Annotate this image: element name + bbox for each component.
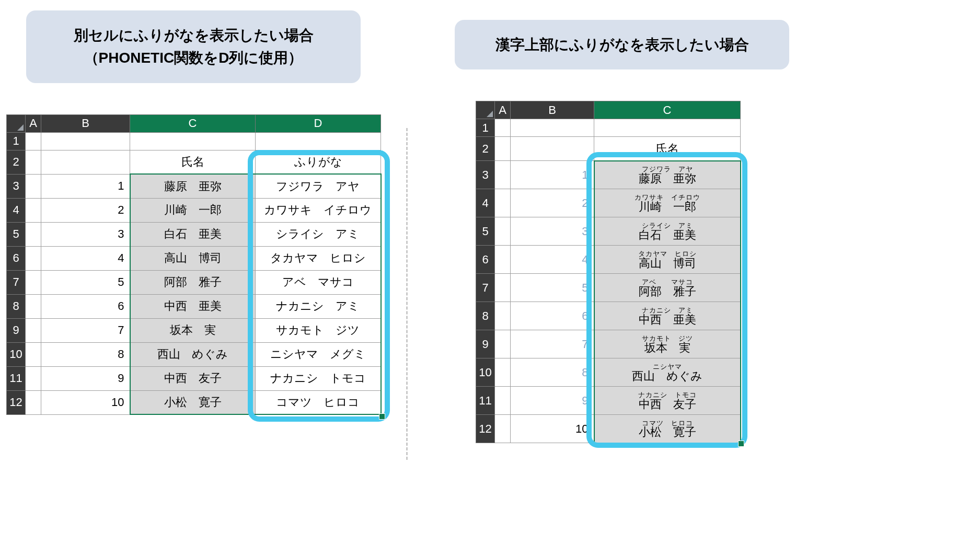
cell-name-ruby[interactable]: サカモト ジツ 坂本 実 xyxy=(594,330,741,358)
cell[interactable] xyxy=(495,387,511,415)
colhdr-A[interactable]: A xyxy=(26,114,41,132)
cell-name[interactable]: 白石 亜美 xyxy=(130,222,256,246)
rowhdr[interactable]: 8 xyxy=(7,294,26,318)
cell[interactable] xyxy=(495,302,511,330)
cell[interactable] xyxy=(495,415,511,443)
cell-name[interactable]: 高山 博司 xyxy=(130,246,256,270)
right-sheet[interactable]: A B C 1 2 氏名 3 xyxy=(476,101,741,444)
cell-num[interactable]: 2 xyxy=(511,189,594,217)
cell-num[interactable]: 9 xyxy=(511,387,594,415)
cell[interactable] xyxy=(495,137,511,161)
cell[interactable] xyxy=(26,150,41,174)
colhdr-B[interactable]: B xyxy=(511,101,594,119)
cell-kana[interactable]: タカヤマ ヒロシ xyxy=(256,246,381,270)
cell-num[interactable]: 1 xyxy=(511,161,594,189)
cell[interactable] xyxy=(41,150,130,174)
cell-kana[interactable]: ニシヤマ メグミ xyxy=(256,342,381,366)
cell-name-ruby[interactable]: フジワラ アヤ 藤原 亜弥 xyxy=(594,161,741,189)
cell-num[interactable]: 4 xyxy=(41,246,130,270)
cell-kana[interactable]: フジワラ アヤ xyxy=(256,174,381,198)
cell-num[interactable]: 2 xyxy=(41,198,130,222)
cell[interactable] xyxy=(26,174,41,198)
right-col-headers[interactable]: A B C xyxy=(476,101,741,119)
cell-kana[interactable]: コマツ ヒロコ xyxy=(256,390,381,414)
rowhdr[interactable]: 11 xyxy=(7,366,26,390)
cell-kana[interactable]: シライシ アミ xyxy=(256,222,381,246)
cell-name-ruby[interactable]: シライシ アミ 白石 亜美 xyxy=(594,217,741,246)
rowhdr[interactable]: 4 xyxy=(7,198,26,222)
cell[interactable] xyxy=(511,119,594,137)
left-sheet[interactable]: A B C D 1 2 氏名 ふりがな xyxy=(6,114,382,415)
cell-num[interactable]: 3 xyxy=(41,222,130,246)
cell[interactable] xyxy=(26,366,41,390)
rowhdr[interactable]: 6 xyxy=(7,246,26,270)
cell[interactable] xyxy=(130,132,256,150)
cell-num[interactable]: 10 xyxy=(511,415,594,443)
cell[interactable] xyxy=(26,390,41,414)
cell-num[interactable]: 6 xyxy=(511,302,594,330)
select-all-corner[interactable] xyxy=(476,101,495,119)
cell-num[interactable]: 5 xyxy=(41,270,130,294)
rowhdr[interactable]: 6 xyxy=(476,246,495,274)
rowhdr[interactable]: 1 xyxy=(476,119,495,137)
header-kana[interactable]: ふりがな xyxy=(256,150,381,174)
cell-kana[interactable]: カワサキ イチロウ xyxy=(256,198,381,222)
rowhdr[interactable]: 9 xyxy=(7,318,26,342)
left-col-headers[interactable]: A B C D xyxy=(7,114,381,132)
cell-kana[interactable]: ナカニシ トモコ xyxy=(256,366,381,390)
cell-num[interactable]: 7 xyxy=(511,330,594,358)
cell[interactable] xyxy=(26,342,41,366)
cell[interactable] xyxy=(594,119,741,137)
cell-name[interactable]: 阿部 雅子 xyxy=(130,270,256,294)
rowhdr[interactable]: 1 xyxy=(7,132,26,150)
cell-name-ruby[interactable]: ニシヤマ 西山 めぐみ xyxy=(594,358,741,387)
select-all-corner[interactable] xyxy=(7,114,26,132)
cell[interactable] xyxy=(495,119,511,137)
colhdr-C[interactable]: C xyxy=(594,101,741,119)
colhdr-D[interactable]: D xyxy=(256,114,381,132)
cell-name-ruby[interactable]: アベ マサコ 阿部 雅子 xyxy=(594,274,741,302)
cell-num[interactable]: 5 xyxy=(511,274,594,302)
cell-num[interactable]: 4 xyxy=(511,246,594,274)
rowhdr[interactable]: 11 xyxy=(476,387,495,415)
cell[interactable] xyxy=(495,217,511,246)
colhdr-C[interactable]: C xyxy=(130,114,256,132)
rowhdr[interactable]: 10 xyxy=(7,342,26,366)
rowhdr[interactable]: 2 xyxy=(7,150,26,174)
rowhdr[interactable]: 10 xyxy=(476,358,495,387)
rowhdr[interactable]: 12 xyxy=(7,390,26,414)
cell[interactable] xyxy=(41,132,130,150)
cell[interactable] xyxy=(495,246,511,274)
cell-name-ruby[interactable]: ナカニシ トモコ 中西 友子 xyxy=(594,387,741,415)
rowhdr[interactable]: 4 xyxy=(476,189,495,217)
cell-name[interactable]: 川崎 一郎 xyxy=(130,198,256,222)
cell[interactable] xyxy=(495,358,511,387)
cell[interactable] xyxy=(495,189,511,217)
cell-name-ruby[interactable]: タカヤマ ヒロシ 高山 博司 xyxy=(594,246,741,274)
rowhdr[interactable]: 2 xyxy=(476,137,495,161)
cell[interactable] xyxy=(26,222,41,246)
rowhdr[interactable]: 8 xyxy=(476,302,495,330)
rowhdr[interactable]: 12 xyxy=(476,415,495,443)
fill-handle[interactable] xyxy=(379,413,385,420)
rowhdr[interactable]: 5 xyxy=(476,217,495,246)
cell[interactable] xyxy=(26,270,41,294)
fill-handle[interactable] xyxy=(738,441,744,447)
cell[interactable] xyxy=(495,330,511,358)
cell-num[interactable]: 9 xyxy=(41,366,130,390)
cell-num[interactable]: 1 xyxy=(41,174,130,198)
cell-num[interactable]: 10 xyxy=(41,390,130,414)
cell[interactable] xyxy=(511,137,594,161)
rowhdr[interactable]: 3 xyxy=(7,174,26,198)
cell-kana[interactable]: アベ マサコ xyxy=(256,270,381,294)
rowhdr[interactable]: 5 xyxy=(7,222,26,246)
header-name[interactable]: 氏名 xyxy=(130,150,256,174)
cell-name-ruby[interactable]: ナカニシ アミ 中西 亜美 xyxy=(594,302,741,330)
cell[interactable] xyxy=(26,246,41,270)
cell-num[interactable]: 8 xyxy=(511,358,594,387)
cell-num[interactable]: 8 xyxy=(41,342,130,366)
cell-name[interactable]: 小松 寛子 xyxy=(130,390,256,414)
cell-kana[interactable]: ナカニシ アミ xyxy=(256,294,381,318)
cell[interactable] xyxy=(495,161,511,189)
cell[interactable] xyxy=(495,274,511,302)
